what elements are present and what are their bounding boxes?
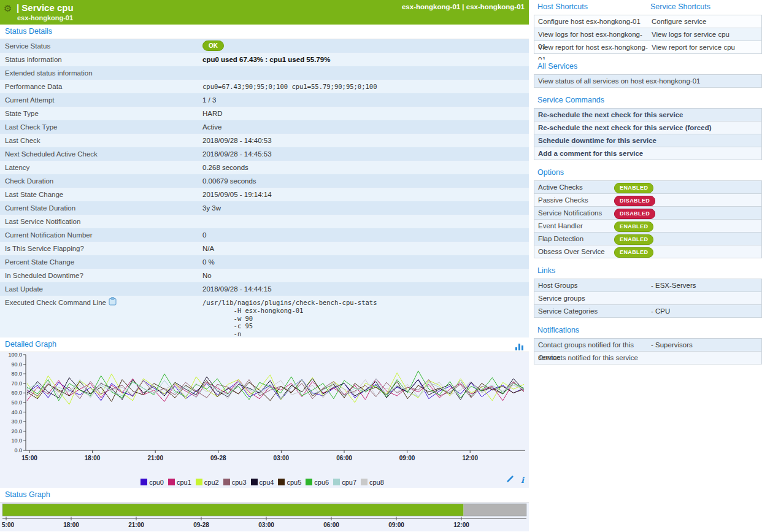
- legend-swatch: [333, 479, 340, 485]
- table-row: Executed Check Command Line/usr/lib/nagi…: [0, 296, 529, 337]
- shortcut-link[interactable]: Configure host esx-hongkong-01: [534, 15, 648, 28]
- row-label: Current Attempt: [0, 93, 202, 107]
- option-row[interactable]: Obsess Over ServiceENABLED: [534, 245, 761, 258]
- table-row: Add a comment for this service: [534, 147, 761, 160]
- shortcut-link[interactable]: View logs for host esx-hongkong-01: [534, 28, 648, 40]
- gear-icon[interactable]: ⚙: [4, 3, 12, 14]
- table-row: Check Duration0.00679 seconds: [0, 174, 529, 188]
- notifications-value[interactable]: - Supervisors: [651, 339, 761, 351]
- svg-text:03:00: 03:00: [258, 522, 274, 528]
- legend-item: cpu3: [223, 479, 247, 486]
- options-heading: Options: [534, 166, 762, 180]
- row-value: 1 / 3: [202, 93, 529, 107]
- shortcut-link[interactable]: View logs for service cpu: [648, 28, 761, 40]
- graph-tools: i: [506, 474, 524, 485]
- row-value: cpu0 used 67.43% : cpu1 used 55.79%: [202, 53, 529, 66]
- links-label: Service Categories: [534, 305, 651, 317]
- shortcut-link[interactable]: Configure service: [648, 15, 761, 28]
- detailed-graph-svg: 0.010.020.030.040.050.060.070.080.090.01…: [0, 352, 529, 470]
- row-label: Extended status information: [0, 66, 202, 80]
- detailed-graph-title: Detailed Graph: [5, 340, 56, 349]
- svg-text:09-28: 09-28: [193, 522, 209, 528]
- notifications-value: [651, 352, 761, 364]
- row-label: State Type: [0, 107, 202, 120]
- status-graph-svg: 5:0018:0021:0009-2803:0006:0009:0012:00: [0, 503, 529, 531]
- row-value: 0 %: [202, 255, 529, 269]
- table-row: Contacts notified for this service: [534, 352, 761, 364]
- row-value: 0.00679 seconds: [202, 174, 529, 188]
- detailed-graph-panel: 0.010.020.030.040.050.060.070.080.090.01…: [0, 352, 529, 488]
- main-column: ⚙ | Service cpu esx-hongkong-01 esx-hong…: [0, 0, 529, 531]
- svg-text:21:00: 21:00: [128, 522, 144, 528]
- legend-swatch: [361, 479, 368, 485]
- svg-text:12:00: 12:00: [462, 455, 478, 461]
- row-value: 3y 3w: [202, 201, 529, 215]
- table-row: Schedule downtime for this service: [534, 134, 761, 147]
- table-row: Service groups: [534, 292, 761, 305]
- options-rows: Active ChecksENABLEDPassive ChecksDISABL…: [534, 180, 762, 258]
- host-shortcuts-heading: Host Shortcuts: [534, 0, 650, 15]
- pencil-icon[interactable]: [506, 474, 517, 485]
- all-services-rows: View status of all services on host esx-…: [534, 74, 762, 88]
- option-status-badge: ENABLED: [614, 234, 653, 245]
- row-label: Last Check Type: [0, 120, 202, 134]
- row-value: 2018/09/28 - 14:40:53: [202, 134, 529, 147]
- all-services-link[interactable]: View status of all services on host esx-…: [534, 75, 761, 87]
- row-label: Last Service Notification: [0, 215, 202, 228]
- option-row[interactable]: Active ChecksENABLED: [534, 181, 761, 194]
- table-row: Configure host esx-hongkong-01Configure …: [534, 15, 761, 28]
- info-icon[interactable]: i: [521, 476, 524, 485]
- links-value[interactable]: - CPU: [651, 305, 761, 317]
- clipboard-icon[interactable]: [109, 296, 117, 310]
- option-status-badge: DISABLED: [614, 209, 655, 219]
- shortcut-link[interactable]: View report for host esx-hongkong-01: [534, 41, 648, 53]
- service-command-link[interactable]: Re-schedule the next check for this serv…: [534, 121, 761, 134]
- legend-item: cpu2: [196, 479, 219, 486]
- header-host-breadcrumb[interactable]: esx-hongkong-01 | esx-hongkong-01: [402, 3, 525, 10]
- links-value[interactable]: - ESX-Servers: [651, 279, 761, 291]
- table-row: Latency0.268 seconds: [0, 161, 529, 174]
- table-row: Host Groups- ESX-Servers: [534, 279, 761, 292]
- service-command-link[interactable]: Add a comment for this service: [534, 147, 761, 160]
- row-value: N/A: [202, 242, 529, 255]
- svg-text:15:00: 15:00: [21, 455, 37, 461]
- row-label: Next Scheduled Active Check: [0, 147, 202, 161]
- table-row: Last State Change2015/09/05 - 19:14:14: [0, 188, 529, 201]
- legend-swatch: [196, 479, 202, 485]
- legend-item: cpu1: [168, 479, 191, 486]
- legend-label: cpu8: [369, 479, 384, 486]
- row-value: cpu0=67.43;90;95;0;100 cpu1=55.79;90;95;…: [202, 80, 529, 93]
- table-row: View logs for host esx-hongkong-01View l…: [534, 28, 761, 41]
- option-row[interactable]: Service NotificationsDISABLED: [534, 207, 761, 220]
- links-rows: Host Groups- ESX-ServersService groupsSe…: [534, 279, 762, 318]
- service-command-link[interactable]: Schedule downtime for this service: [534, 134, 761, 147]
- option-label: Obsess Over Service: [534, 245, 614, 258]
- option-row[interactable]: Flap DetectionENABLED: [534, 233, 761, 245]
- legend-item: cpu6: [306, 479, 329, 486]
- table-row: Current State Duration3y 3w: [0, 201, 529, 215]
- status-ok-badge: OK: [202, 40, 224, 51]
- status-graph-heading: Status Graph: [0, 488, 529, 503]
- legend-swatch: [278, 479, 285, 485]
- row-label: Is This Service Flapping?: [0, 242, 202, 255]
- row-label: Status information: [0, 53, 202, 66]
- links-label: Host Groups: [534, 279, 651, 291]
- option-row[interactable]: Passive ChecksDISABLED: [534, 194, 761, 207]
- svg-text:5:00: 5:00: [2, 522, 14, 528]
- row-label: Percent State Change: [0, 255, 202, 269]
- table-row: Last Check TypeActive: [0, 120, 529, 134]
- legend-swatch: [306, 479, 312, 485]
- option-status-badge: ENABLED: [614, 183, 653, 193]
- service-commands-rows: Re-schedule the next check for this serv…: [534, 108, 762, 160]
- detailed-graph-heading: Detailed Graph: [0, 337, 529, 352]
- row-value: Active: [202, 120, 529, 134]
- shortcut-link[interactable]: View report for service cpu: [648, 41, 761, 53]
- legend-label: cpu5: [287, 479, 301, 486]
- svg-text:06:00: 06:00: [323, 522, 339, 528]
- option-row[interactable]: Event HandlerENABLED: [534, 220, 761, 233]
- table-row: Service Categories- CPU: [534, 305, 761, 318]
- table-row: Performance Datacpu0=67.43;90;95;0;100 c…: [0, 80, 529, 93]
- service-command-link[interactable]: Re-schedule the next check for this serv…: [534, 109, 761, 121]
- option-status-badge: DISABLED: [614, 196, 655, 206]
- row-value: [202, 66, 529, 80]
